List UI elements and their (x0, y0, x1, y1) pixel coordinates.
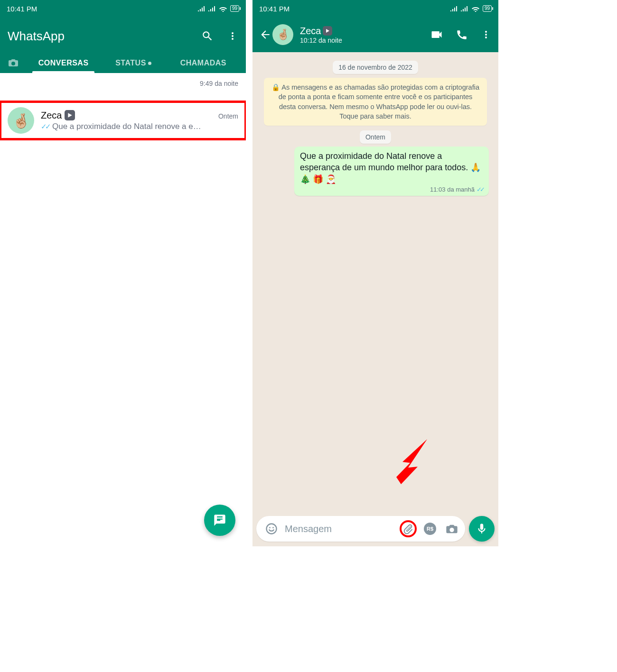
message-time: 11:03 da manhã (430, 186, 475, 193)
last-seen: 10:12 da noite (300, 37, 425, 44)
chat-time: 9:49 da noite (200, 80, 238, 87)
voice-call-icon[interactable] (456, 28, 468, 41)
tab-status-label: STATUS (115, 59, 146, 67)
chat-row-partial[interactable]: 9:49 da noite (0, 73, 246, 101)
signal-icon (208, 6, 216, 11)
svg-point-2 (269, 527, 271, 528)
read-ticks-icon: ✓✓ (477, 186, 483, 193)
status-bar: 10:41 PM 99 (0, 0, 246, 17)
annotation-arrow-icon (384, 434, 437, 487)
battery-icon: 99 (483, 5, 492, 12)
read-ticks-icon: ✓✓ (41, 122, 49, 131)
avatar[interactable]: 🤞🏼 (8, 107, 34, 134)
back-button[interactable]: 🤞🏼 (259, 24, 293, 45)
messages-area[interactable]: 16 de novembro de 2022 🔒 As mensagens e … (252, 52, 498, 513)
tabs: CONVERSAS STATUS CHAMADAS (8, 52, 238, 73)
more-icon[interactable] (480, 29, 492, 40)
message-input[interactable]: Mensagem R$ (256, 516, 465, 542)
avatar: 🤞🏼 (272, 24, 293, 45)
signal-icon (198, 6, 206, 11)
camera-tab-icon[interactable] (8, 57, 28, 68)
chat-header: 🤞🏼 Zeca 10:12 da noite (252, 17, 498, 52)
tab-conversas[interactable]: CONVERSAS (28, 52, 98, 73)
signal-icon (461, 6, 468, 11)
emoji-icon[interactable] (263, 520, 280, 537)
input-bar: Mensagem R$ (252, 513, 498, 546)
date-pill: Ontem (360, 130, 391, 144)
contact-info[interactable]: Zeca 10:12 da noite (300, 26, 425, 44)
message-text: Que a proximidade do Natal renove a espe… (300, 150, 484, 185)
chat-preview-text: Que a proximidade do Natal renove a e… (52, 122, 201, 131)
more-icon[interactable] (227, 30, 238, 42)
status-bar: 10:41 PM 99 (252, 0, 498, 17)
chat-name: Zeca (41, 110, 75, 121)
video-call-icon[interactable] (430, 28, 443, 41)
encryption-notice[interactable]: 🔒 As mensagens e as chamadas são protegi… (264, 78, 487, 126)
mic-button[interactable] (469, 516, 495, 542)
camera-icon[interactable] (443, 520, 460, 537)
tab-status[interactable]: STATUS (98, 52, 168, 73)
phone-chat-detail: 10:41 PM 99 🤞🏼 Zeca (252, 0, 498, 546)
tab-chamadas[interactable]: CHAMADAS (168, 52, 238, 73)
date-pill: 16 de novembro de 2022 (333, 61, 418, 74)
clock: 10:41 PM (259, 5, 290, 13)
chat-preview: ✓✓ Que a proximidade do Natal renove a e… (41, 122, 238, 131)
payment-label: R$ (424, 523, 436, 535)
status-dot-icon (148, 62, 151, 65)
clock: 10:41 PM (7, 5, 37, 13)
app-header: WhatsApp CONVERSAS STATUS (0, 17, 246, 73)
chat-name-text: Zeca (41, 110, 62, 121)
phone-chat-list: 10:41 PM 99 WhatsApp (0, 0, 246, 546)
svg-point-3 (272, 527, 274, 528)
wifi-icon (471, 5, 480, 12)
wifi-icon (219, 5, 227, 12)
app-title: WhatsApp (8, 29, 65, 44)
search-icon[interactable] (201, 30, 214, 42)
chat-time: Ontem (218, 112, 238, 120)
contact-name: Zeca (300, 26, 321, 37)
chat-list: 9:49 da noite 🤞🏼 Zeca Ontem (0, 73, 246, 139)
payment-icon[interactable]: R$ (421, 520, 439, 537)
svg-marker-0 (396, 439, 427, 484)
message-outgoing[interactable]: Que a proximidade do Natal renove a espe… (294, 147, 489, 196)
battery-icon: 99 (230, 5, 239, 12)
signal-icon (450, 6, 458, 11)
svg-point-1 (267, 524, 277, 534)
new-chat-fab[interactable] (204, 505, 235, 536)
play-badge-icon (323, 26, 332, 36)
play-badge-icon (65, 110, 75, 120)
input-placeholder: Mensagem (285, 524, 395, 534)
chat-row-zeca[interactable]: 🤞🏼 Zeca Ontem ✓✓ Que a proximidad (0, 101, 246, 139)
attach-icon[interactable] (400, 520, 417, 537)
